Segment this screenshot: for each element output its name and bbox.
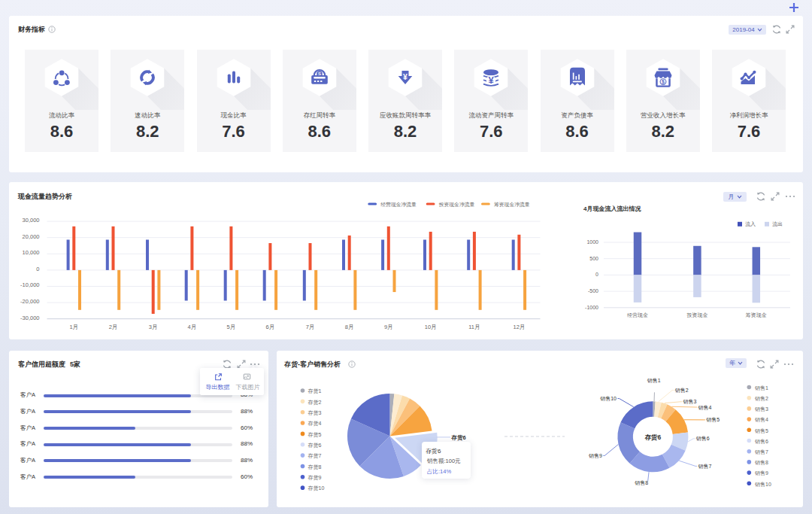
- svg-text:存货6: 存货6: [451, 434, 466, 441]
- svg-text:0: 0: [36, 266, 39, 272]
- svg-text:存货6: 存货6: [308, 443, 322, 449]
- svg-text:-30,000: -30,000: [20, 315, 39, 321]
- svg-text:11月: 11月: [468, 324, 480, 330]
- svg-text:销售4: 销售4: [698, 405, 712, 410]
- svg-text:10月: 10月: [425, 324, 437, 330]
- svg-text:投资现金净流量: 投资现金净流量: [438, 202, 475, 208]
- svg-text:¥: ¥: [403, 72, 408, 81]
- svg-text:2月: 2月: [109, 324, 118, 330]
- svg-text:存货9: 存货9: [308, 475, 322, 481]
- svg-text:20,000: 20,000: [23, 233, 40, 240]
- svg-text:-1000: -1000: [585, 305, 598, 310]
- svg-text:销售8: 销售8: [754, 460, 768, 465]
- svg-text:流入: 流入: [745, 221, 756, 227]
- svg-text:销售5: 销售5: [754, 428, 768, 433]
- svg-text:存货6: 存货6: [644, 433, 662, 441]
- svg-text:9月: 9月: [384, 324, 393, 330]
- svg-text:筹资现金: 筹资现金: [745, 312, 767, 318]
- svg-text:筹资现金净流量: 筹资现金净流量: [494, 202, 530, 208]
- svg-text:销售5: 销售5: [705, 417, 720, 422]
- svg-text:销售10: 销售10: [599, 396, 617, 401]
- svg-text:销售10: 销售10: [754, 482, 771, 487]
- svg-text:4月: 4月: [188, 324, 197, 330]
- svg-text:存货10: 存货10: [308, 485, 325, 491]
- svg-text:销售3: 销售3: [754, 406, 768, 412]
- svg-text:销售2: 销售2: [674, 388, 689, 393]
- svg-text:销售6: 销售6: [754, 439, 768, 444]
- svg-text:销售9: 销售9: [588, 453, 602, 458]
- svg-text:经营现金: 经营现金: [627, 312, 648, 318]
- svg-text:6月: 6月: [266, 324, 275, 330]
- svg-text:投资现金: 投资现金: [686, 312, 707, 318]
- svg-text:12月: 12月: [513, 324, 525, 330]
- svg-text:1月: 1月: [69, 324, 78, 330]
- svg-text:-500: -500: [588, 288, 598, 293]
- svg-text:8月: 8月: [345, 324, 354, 330]
- svg-text:存货8: 存货8: [308, 464, 322, 470]
- svg-text:1000: 1000: [586, 239, 598, 245]
- svg-text:销售1: 销售1: [754, 385, 768, 391]
- svg-text:销售6: 销售6: [695, 436, 710, 441]
- svg-text:存货1: 存货1: [308, 388, 322, 394]
- svg-text:500: 500: [589, 256, 598, 261]
- svg-text:流出: 流出: [772, 221, 783, 227]
- svg-text:0: 0: [595, 272, 598, 277]
- svg-text:30,000: 30,000: [23, 217, 40, 224]
- svg-text:销售8: 销售8: [634, 480, 648, 485]
- svg-text:销售7: 销售7: [754, 449, 768, 455]
- svg-text:存货3: 存货3: [308, 410, 322, 416]
- svg-text:3月: 3月: [149, 324, 158, 330]
- svg-text:销售3: 销售3: [683, 399, 697, 404]
- svg-text:存货5: 存货5: [308, 432, 322, 438]
- svg-text:存货4: 存货4: [308, 421, 322, 427]
- svg-text:10,000: 10,000: [23, 249, 40, 256]
- svg-text:销售1: 销售1: [647, 378, 661, 383]
- svg-text:存货7: 存货7: [308, 453, 322, 459]
- svg-text:5月: 5月: [227, 324, 236, 330]
- svg-text:$: $: [662, 79, 665, 85]
- svg-text:¥: ¥: [489, 75, 495, 86]
- svg-text:销售2: 销售2: [754, 396, 768, 401]
- svg-text:7月: 7月: [306, 324, 315, 330]
- svg-text:-20,000: -20,000: [20, 298, 39, 305]
- svg-text:销售7: 销售7: [698, 464, 712, 469]
- svg-text:销售4: 销售4: [754, 417, 768, 422]
- svg-text:经营现金净流量: 经营现金净流量: [380, 202, 417, 208]
- svg-text:存货2: 存货2: [308, 400, 322, 406]
- svg-text:销售9: 销售9: [754, 470, 768, 476]
- svg-text:-10,000: -10,000: [20, 281, 39, 288]
